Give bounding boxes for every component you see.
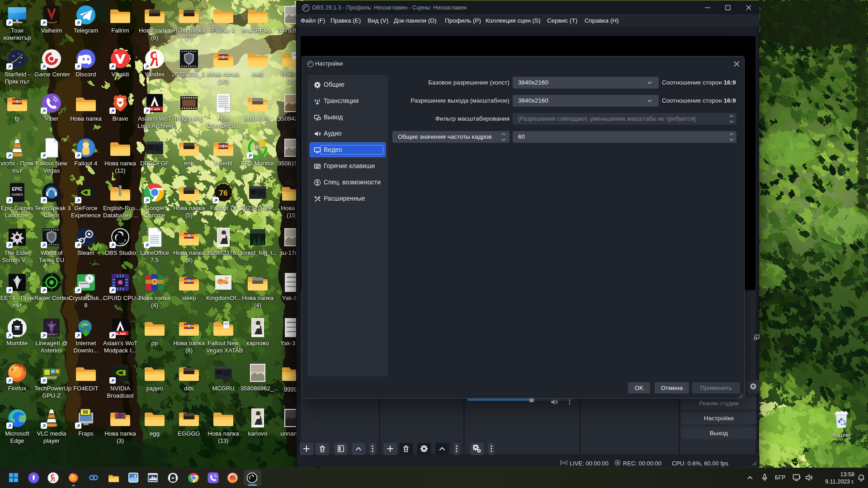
svg-text:76: 76 [219,189,228,197]
svg-text:LINEAGE II: LINEAGE II [46,333,57,336]
svg-text:GAMES: GAMES [11,193,23,196]
svg-text:z: z [863,475,864,478]
svg-text:SLAIN: SLAIN [115,332,126,336]
svg-text:SLAIN: SLAIN [149,107,160,111]
svg-text:99: 99 [83,410,88,415]
svg-text:BLB: BLB [14,327,20,330]
svg-text:EPIC: EPIC [12,187,22,192]
svg-text:FPS: FPS [253,145,262,150]
svg-text:BLB: BLB [171,477,175,479]
